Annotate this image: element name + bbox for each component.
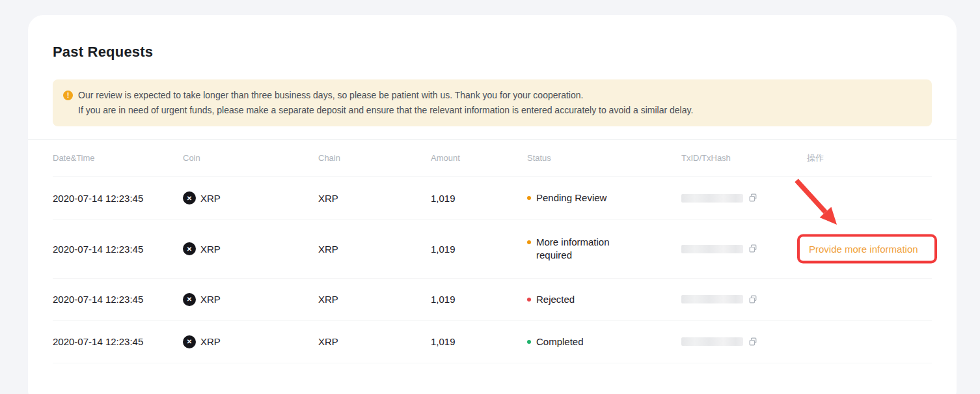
notice-text: Our review is expected to take longer th… [78,88,693,118]
datetime-cell: 2020-07-14 12:23:45 [53,278,183,320]
coin-label: XRP [200,294,221,305]
xrp-coin-icon [183,293,196,306]
masked-txid [681,194,743,203]
past-requests-card: Past Requests Our review is expected to … [28,15,957,394]
status-cell: Pending Review [527,191,681,204]
copy-icon[interactable] [748,337,758,347]
col-header-amount: Amount [431,140,527,176]
status-cell: Rejected [527,293,681,306]
col-header-datetime: Date&Time [53,140,183,176]
copy-icon[interactable] [748,193,758,203]
coin-label: XRP [200,193,221,204]
col-header-status: Status [527,140,681,176]
chain-cell: XRP [318,176,431,219]
xrp-coin-icon [183,191,196,204]
provide-more-information-link[interactable]: Provide more information [807,244,918,255]
status-badge: Completed [536,335,584,348]
status-badge: More information required [536,236,626,262]
table-row: 2020-07-14 12:23:45 XRP XRP 1,019 Pendin… [53,176,932,219]
status-badge: Rejected [536,293,575,306]
xrp-coin-icon [183,335,196,348]
datetime-cell: 2020-07-14 12:23:45 [53,320,183,363]
copy-icon[interactable] [748,244,758,254]
action-cell [807,320,932,363]
amount-cell: 1,019 [431,219,527,278]
status-cell: Completed [527,335,681,348]
coin-cell: XRP [183,293,318,306]
review-notice-banner: Our review is expected to take longer th… [53,79,932,126]
chain-cell: XRP [318,278,431,320]
action-cell [807,278,932,320]
status-dot [527,340,531,344]
masked-txid [681,337,743,346]
amount-cell: 1,019 [431,320,527,363]
notice-line-1: Our review is expected to take longer th… [78,88,693,103]
col-header-chain: Chain [318,140,431,176]
page-title: Past Requests [53,15,932,61]
action-cell: Provide more information [807,219,932,278]
col-header-coin: Coin [183,140,318,176]
masked-txid [681,245,743,253]
table-row: 2020-07-14 12:23:45 XRP XRP 1,019 Reject… [53,278,932,320]
coin-label: XRP [200,244,221,255]
table-row: 2020-07-14 12:23:45 XRP XRP 1,019 Comple… [53,320,932,363]
past-requests-table: Date&Time Coin Chain Amount Status TxID/… [53,140,932,363]
xrp-coin-icon [183,242,196,255]
amount-cell: 1,019 [431,176,527,219]
masked-txid [681,295,743,303]
col-header-action: 操作 [807,140,932,176]
chain-cell: XRP [318,219,431,278]
coin-cell: XRP [183,242,318,255]
col-header-txid: TxID/TxHash [681,140,807,176]
notice-line-2: If you are in need of urgent funds, plea… [78,103,693,118]
alert-icon [63,91,73,100]
txid-cell [681,294,807,305]
coin-label: XRP [200,336,221,347]
txid-cell [681,193,807,203]
action-cell [807,176,932,219]
table-header-row: Date&Time Coin Chain Amount Status TxID/… [53,140,932,176]
table-row: 2020-07-14 12:23:45 XRP XRP 1,019 More i… [53,219,932,278]
datetime-cell: 2020-07-14 12:23:45 [53,176,183,219]
status-dot [527,298,531,302]
status-dot [527,196,531,200]
copy-icon[interactable] [748,294,758,305]
coin-cell: XRP [183,191,318,204]
chain-cell: XRP [318,320,431,363]
coin-cell: XRP [183,335,318,348]
datetime-cell: 2020-07-14 12:23:45 [53,219,183,278]
status-dot [527,240,531,244]
status-badge: Pending Review [536,191,606,204]
amount-cell: 1,019 [431,278,527,320]
txid-cell [681,244,807,254]
txid-cell [681,337,807,347]
status-cell: More information required [527,236,681,262]
